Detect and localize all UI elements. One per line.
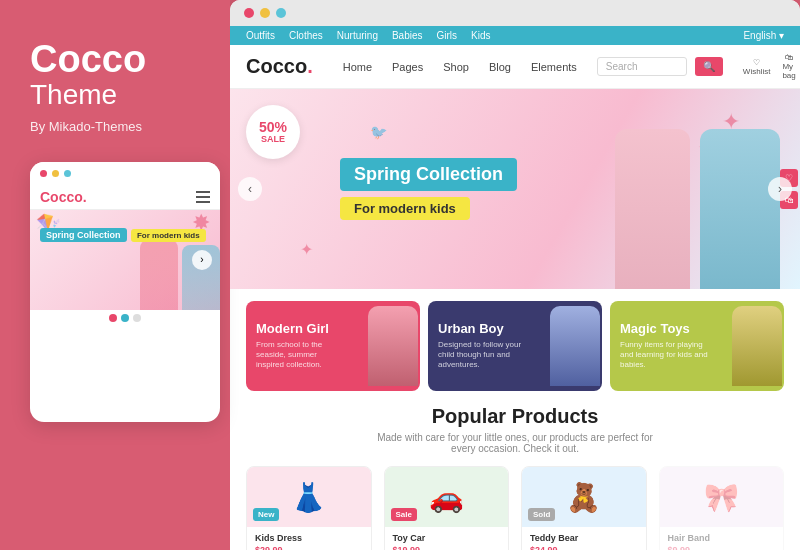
category-magic-toys[interactable]: Magic Toys Funny items for playing and l… [610,301,784,391]
cat-title-urban-boy: Urban Boy [438,321,528,337]
product-img-4: 🎀 [660,467,784,527]
nav-blog[interactable]: Blog [489,61,511,73]
wishlist-icon-item[interactable]: ♡ Wishlist [743,58,771,76]
product-badge-sold: Sold [528,508,555,521]
hero-person-2 [700,129,780,289]
product-img-2: 🚗 Sale [385,467,509,527]
cat-title-modern-girl: Modern Girl [256,321,346,337]
brand-author: By Mikado-Themes [30,119,142,134]
mobile-hero-text: Spring Collection For modern kids [40,224,210,242]
product-card-1[interactable]: 👗 New Kids Dress $29.99 [246,466,372,550]
mobile-dot-teal [64,170,71,177]
mobile-dot-indicators [30,310,220,326]
search-input[interactable]: Search [597,57,687,76]
category-magic-toys-text: Magic Toys Funny items for playing and l… [620,321,710,371]
mobile-hero: 🪁 ✸ Spring Collection For modern kids › [30,210,220,310]
hero-title: Spring Collection [340,158,517,191]
product-name-2: Toy Car [393,533,501,543]
category-modern-girl-text: Modern Girl From school to the seaside, … [256,321,346,371]
sale-label: SALE [261,134,285,144]
star-icon-3: ✦ [300,240,313,259]
cat-img-urban-boy [547,301,602,391]
mobile-dot-red [40,170,47,177]
browser-dot-red [244,8,254,18]
mobile-logo: Cocco. [40,189,87,205]
nav-home[interactable]: Home [343,61,372,73]
brand-subtitle: Theme [30,80,117,111]
mobile-next-arrow[interactable]: › [192,250,212,270]
topbar-outfits[interactable]: Outfits [246,30,275,41]
product-card-3[interactable]: 🧸 Sold Teddy Bear $24.99 [521,466,647,550]
mobile-titlebar [30,162,220,185]
browser-dot-yellow [260,8,270,18]
product-info-3: Teddy Bear $24.99 [522,527,646,550]
sale-badge: 50% SALE [246,105,300,159]
nav-icons: ♡ Wishlist 🛍 My bag [743,53,796,80]
topbar-kids[interactable]: Kids [471,30,490,41]
wishlist-label: Wishlist [743,67,771,76]
bag-icon: 🛍 [785,53,793,62]
cat-desc-magic-toys: Funny items for playing and learning for… [620,340,710,371]
search-button[interactable]: 🔍 [695,57,723,76]
hero-persons [615,89,780,289]
mobile-hamburger-icon[interactable] [196,191,210,203]
hero-next-button[interactable]: › [768,177,792,201]
product-card-4[interactable]: 🎀 Hair Band $9.99 [659,466,785,550]
browser-window: Outfits Clothes Nurturing Babies Girls K… [230,0,800,550]
bag-icon-item[interactable]: 🛍 My bag [782,53,795,80]
topbar-babies[interactable]: Babies [392,30,423,41]
popular-section: Popular Products Made with care for your… [230,391,800,550]
product-badge-sale: Sale [391,508,417,521]
category-modern-girl[interactable]: Modern Girl From school to the seaside, … [246,301,420,391]
site-navbar: Cocco. Home Pages Shop Blog Elements Sea… [230,45,800,89]
product-price-2: $19.99 [393,545,501,550]
topbar-nurturing[interactable]: Nurturing [337,30,378,41]
mobile-person-1 [140,240,178,310]
product-info-2: Toy Car $19.99 [385,527,509,550]
toys-figure [732,306,782,386]
topbar-clothes[interactable]: Clothes [289,30,323,41]
product-card-2[interactable]: 🚗 Sale Toy Car $19.99 [384,466,510,550]
product-img-1: 👗 New [247,467,371,527]
nav-elements[interactable]: Elements [531,61,577,73]
category-urban-boy[interactable]: Urban Boy Designed to follow your child … [428,301,602,391]
product-info-4: Hair Band $9.99 [660,527,784,550]
topbar-lang[interactable]: English ▾ [743,30,784,41]
cat-img-modern-girl [365,301,420,391]
mobile-mockup: Cocco. 🪁 ✸ Spring Collection For modern … [30,162,220,422]
hero-person-1 [615,129,690,289]
cat-desc-modern-girl: From school to the seaside, summer inspi… [256,340,346,371]
dot-1 [109,314,117,322]
hero-content: Spring Collection For modern kids [340,158,517,220]
hero-slider: 50% SALE ✦ ✦ ✦ 🐦 Spring Collection For m… [230,89,800,289]
product-emoji-1: 👗 [291,481,326,514]
product-img-3: 🧸 Sold [522,467,646,527]
site-topbar: Outfits Clothes Nurturing Babies Girls K… [230,26,800,45]
dot-2 [121,314,129,322]
hero-prev-button[interactable]: ‹ [238,177,262,201]
bird-icon: 🐦 [370,124,387,140]
popular-subtitle: Made with care for your little ones, our… [365,432,665,454]
mobile-kids-label: For modern kids [131,229,206,242]
product-info-1: Kids Dress $29.99 [247,527,371,550]
product-emoji-4: 🎀 [704,481,739,514]
nav-shop[interactable]: Shop [443,61,469,73]
product-name-3: Teddy Bear [530,533,638,543]
nav-pages[interactable]: Pages [392,61,423,73]
site-logo: Cocco. [246,55,313,78]
browser-dot-teal [276,8,286,18]
category-cards: Modern Girl From school to the seaside, … [246,301,784,391]
brand-name: Cocco [30,40,146,78]
boy-figure [550,306,600,386]
mobile-nav: Cocco. [30,185,220,210]
mobile-hero-persons [140,230,220,310]
mobile-dot-yellow [52,170,59,177]
product-price-4: $9.99 [668,545,776,550]
cat-desc-urban-boy: Designed to follow your child though fun… [438,340,528,371]
product-price-3: $24.99 [530,545,638,550]
product-badge-new: New [253,508,279,521]
sale-percentage: 50% [259,120,287,134]
product-price-1: $29.99 [255,545,363,550]
product-name-1: Kids Dress [255,533,363,543]
topbar-girls[interactable]: Girls [437,30,458,41]
